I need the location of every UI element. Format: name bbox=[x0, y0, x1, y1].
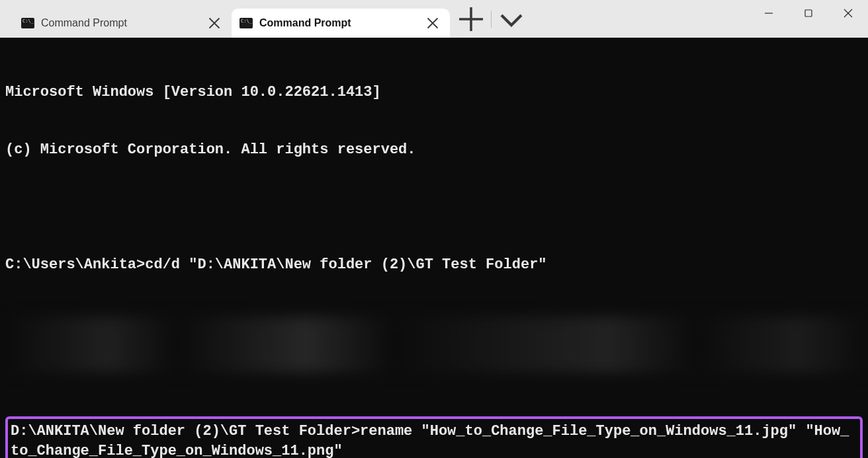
terminal-output[interactable]: Microsoft Windows [Version 10.0.22621.14… bbox=[0, 38, 868, 458]
window-controls bbox=[749, 0, 868, 26]
tab-command-prompt-2[interactable]: Command Prompt bbox=[232, 9, 450, 38]
redacted-region bbox=[5, 317, 868, 373]
tab-label: Command Prompt bbox=[259, 17, 351, 29]
new-tab-button[interactable] bbox=[455, 5, 487, 34]
maximize-button[interactable] bbox=[789, 0, 828, 26]
terminal-icon bbox=[239, 18, 253, 28]
tab-command-prompt-1[interactable]: Command Prompt bbox=[13, 9, 232, 38]
title-bar: Command Prompt Command Prompt bbox=[0, 0, 868, 38]
tab-dropdown-button[interactable] bbox=[496, 5, 527, 34]
close-window-button[interactable] bbox=[828, 0, 868, 26]
terminal-icon bbox=[21, 18, 34, 28]
tab-label: Command Prompt bbox=[41, 17, 127, 29]
tab-close-button[interactable] bbox=[425, 15, 441, 31]
command-line-1: C:\Users\Ankita>cd/d "D:\ANKITA\New fold… bbox=[5, 255, 868, 274]
tab-controls bbox=[450, 0, 527, 38]
svg-rect-0 bbox=[805, 10, 812, 17]
divider bbox=[491, 11, 492, 28]
tab-strip: Command Prompt Command Prompt bbox=[0, 0, 450, 38]
prompt-command: cd/d "D:\ANKITA\New folder (2)\GT Test F… bbox=[145, 256, 546, 273]
prompt-path: D:\ANKITA\New folder (2)\GT Test Folder> bbox=[11, 423, 360, 439]
highlighted-command: D:\ANKITA\New folder (2)\GT Test Folder>… bbox=[5, 416, 863, 458]
copyright-line: (c) Microsoft Corporation. All rights re… bbox=[5, 140, 868, 159]
version-line: Microsoft Windows [Version 10.0.22621.14… bbox=[5, 83, 868, 102]
minimize-button[interactable] bbox=[749, 0, 789, 26]
tab-close-button[interactable] bbox=[206, 15, 222, 31]
prompt-path: C:\Users\Ankita> bbox=[5, 256, 145, 273]
